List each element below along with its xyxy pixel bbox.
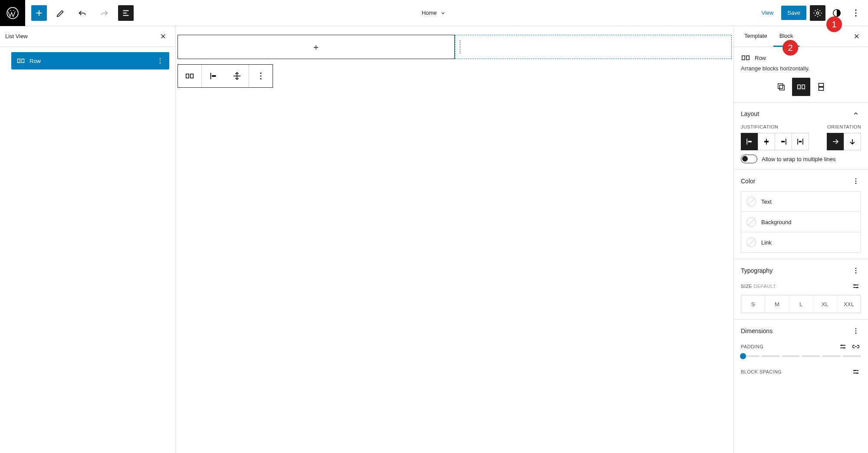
padding-link[interactable] xyxy=(851,341,861,352)
listview-toggle[interactable] xyxy=(118,5,134,21)
typography-title: Typography xyxy=(741,267,773,274)
size-xl[interactable]: XL xyxy=(813,295,837,313)
row-empty-cell[interactable] xyxy=(455,35,732,59)
justify-space-between[interactable] xyxy=(792,133,809,150)
justify-left[interactable] xyxy=(741,133,758,150)
dimensions-options[interactable] xyxy=(851,326,861,336)
move-button[interactable] xyxy=(225,65,249,87)
list-item-label: Row xyxy=(30,58,152,64)
undo-button[interactable] xyxy=(75,5,90,21)
plus-icon: ＋ xyxy=(312,41,320,53)
color-options[interactable] xyxy=(851,176,861,186)
page-title: Home xyxy=(422,10,437,16)
orientation-label: Orientation xyxy=(827,124,861,129)
wrap-toggle[interactable] xyxy=(741,155,757,163)
layout-collapse[interactable] xyxy=(851,109,861,119)
color-title: Color xyxy=(741,178,755,185)
dimensions-title: Dimensions xyxy=(741,327,773,334)
inserter-button[interactable] xyxy=(31,5,47,21)
row-appender[interactable]: ＋ xyxy=(178,35,455,59)
sidebar-close[interactable]: × xyxy=(850,31,864,42)
view-button[interactable]: View xyxy=(757,6,778,20)
callout-1: 1 xyxy=(826,17,842,32)
color-background[interactable]: Background xyxy=(741,212,861,232)
typography-options[interactable] xyxy=(851,265,861,276)
padding-slider[interactable] xyxy=(741,355,861,357)
spacing-custom[interactable] xyxy=(851,367,861,377)
list-item-options[interactable] xyxy=(156,57,164,65)
size-l[interactable]: L xyxy=(789,295,812,313)
swatch-none-icon xyxy=(746,197,756,206)
save-button[interactable]: Save xyxy=(781,6,806,20)
orientation-horizontal[interactable] xyxy=(827,133,844,150)
orientation-vertical[interactable] xyxy=(844,133,861,150)
listview-close[interactable]: × xyxy=(156,30,170,43)
size-s[interactable]: S xyxy=(741,295,765,313)
align-button[interactable] xyxy=(202,65,225,87)
transform-stack[interactable] xyxy=(812,78,830,96)
settings-button[interactable] xyxy=(810,5,825,21)
justification-label: Justification xyxy=(741,124,827,129)
list-item-row[interactable]: Row xyxy=(11,52,169,69)
callout-2: 2 xyxy=(783,40,798,56)
row-icon xyxy=(741,53,750,63)
padding-label: PADDING xyxy=(741,344,763,349)
block-name: Row xyxy=(755,55,766,61)
justify-center[interactable] xyxy=(758,133,775,150)
wrap-label: Allow to wrap to multiple lines xyxy=(762,156,836,162)
redo-button[interactable] xyxy=(96,5,112,21)
wordpress-logo[interactable] xyxy=(0,0,25,26)
layout-title: Layout xyxy=(741,110,759,117)
document-title[interactable]: Home xyxy=(422,10,447,17)
size-custom[interactable] xyxy=(851,281,861,291)
size-xxl[interactable]: XXL xyxy=(837,295,861,313)
block-spacing-label: BLOCK SPACING xyxy=(741,369,782,374)
size-label: SIZE xyxy=(741,284,752,289)
color-text[interactable]: Text xyxy=(741,191,861,212)
block-options-button[interactable] xyxy=(249,65,273,87)
justify-right[interactable] xyxy=(775,133,792,150)
block-description: Arrange blocks horizontally. xyxy=(741,65,861,72)
row-block[interactable]: ＋ xyxy=(178,35,732,59)
swatch-none-icon xyxy=(746,238,756,247)
transform-row[interactable] xyxy=(792,78,810,96)
color-link[interactable]: Link xyxy=(741,232,861,253)
tools-button[interactable] xyxy=(53,5,69,21)
padding-custom[interactable] xyxy=(838,341,848,352)
block-type-button[interactable] xyxy=(178,65,201,87)
block-toolbar xyxy=(178,64,273,88)
transform-group[interactable] xyxy=(772,78,790,96)
listview-title: List View xyxy=(5,33,28,40)
row-icon xyxy=(16,56,25,65)
size-default: DEFAULT xyxy=(754,284,776,289)
chevron-down-icon xyxy=(439,10,446,17)
options-button[interactable] xyxy=(848,5,864,21)
swatch-none-icon xyxy=(746,217,756,227)
tab-template[interactable]: Template xyxy=(738,26,773,47)
size-m[interactable]: M xyxy=(765,295,789,313)
